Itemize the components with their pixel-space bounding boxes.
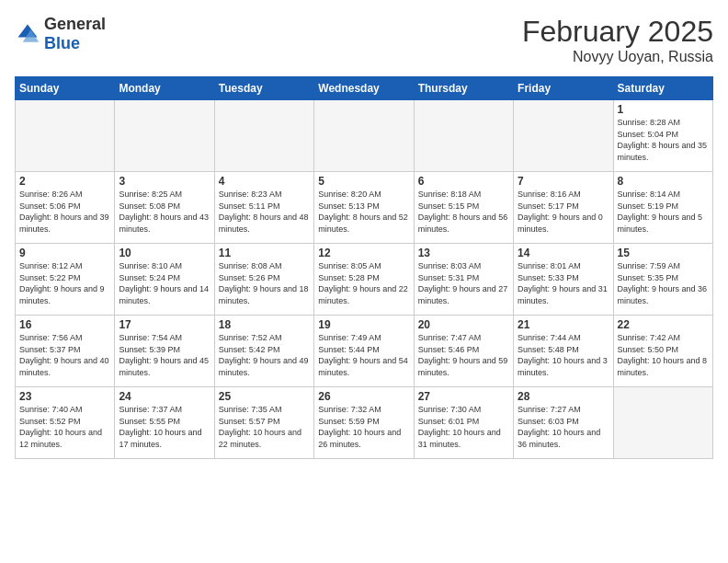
day-number: 1 bbox=[618, 103, 709, 116]
day-info: Sunrise: 7:54 AM Sunset: 5:39 PM Dayligh… bbox=[119, 332, 210, 378]
day-number: 2 bbox=[19, 175, 110, 188]
table-row: 12Sunrise: 8:05 AM Sunset: 5:28 PM Dayli… bbox=[314, 244, 414, 316]
table-row: 21Sunrise: 7:44 AM Sunset: 5:48 PM Dayli… bbox=[514, 316, 613, 387]
day-number: 12 bbox=[318, 247, 409, 259]
day-number: 16 bbox=[19, 318, 110, 331]
logo: General Blue bbox=[15, 15, 106, 53]
day-info: Sunrise: 8:18 AM Sunset: 5:15 PM Dayligh… bbox=[418, 189, 509, 235]
table-row: 25Sunrise: 7:35 AM Sunset: 5:57 PM Dayli… bbox=[214, 387, 313, 459]
day-info: Sunrise: 8:01 AM Sunset: 5:33 PM Dayligh… bbox=[518, 260, 609, 306]
day-info: Sunrise: 7:52 AM Sunset: 5:42 PM Dayligh… bbox=[219, 332, 310, 378]
table-row bbox=[613, 387, 712, 459]
day-info: Sunrise: 8:12 AM Sunset: 5:22 PM Dayligh… bbox=[19, 260, 110, 306]
day-info: Sunrise: 7:30 AM Sunset: 6:01 PM Dayligh… bbox=[418, 404, 509, 450]
table-row: 4Sunrise: 8:23 AM Sunset: 5:11 PM Daylig… bbox=[214, 172, 313, 244]
day-number: 8 bbox=[618, 175, 709, 188]
table-row bbox=[115, 100, 214, 172]
day-info: Sunrise: 8:05 AM Sunset: 5:28 PM Dayligh… bbox=[318, 260, 409, 306]
table-row: 26Sunrise: 7:32 AM Sunset: 5:59 PM Dayli… bbox=[314, 387, 414, 459]
table-row: 6Sunrise: 8:18 AM Sunset: 5:15 PM Daylig… bbox=[414, 172, 513, 244]
day-number: 14 bbox=[518, 247, 609, 259]
location-subtitle: Novyy Uoyan, Russia bbox=[522, 49, 713, 65]
day-info: Sunrise: 8:03 AM Sunset: 5:31 PM Dayligh… bbox=[418, 260, 509, 306]
table-row: 2Sunrise: 8:26 AM Sunset: 5:06 PM Daylig… bbox=[16, 172, 115, 244]
day-info: Sunrise: 7:35 AM Sunset: 5:57 PM Dayligh… bbox=[219, 404, 310, 450]
col-saturday: Saturday bbox=[613, 77, 712, 100]
page-container: General Blue February 2025 Novyy Uoyan, … bbox=[0, 0, 728, 466]
table-row bbox=[414, 100, 513, 172]
day-number: 21 bbox=[518, 318, 609, 331]
table-row: 13Sunrise: 8:03 AM Sunset: 5:31 PM Dayli… bbox=[414, 244, 513, 316]
day-info: Sunrise: 7:49 AM Sunset: 5:44 PM Dayligh… bbox=[318, 332, 409, 378]
day-number: 27 bbox=[418, 390, 509, 403]
table-row: 10Sunrise: 8:10 AM Sunset: 5:24 PM Dayli… bbox=[115, 244, 214, 316]
day-info: Sunrise: 8:28 AM Sunset: 5:04 PM Dayligh… bbox=[618, 117, 709, 163]
day-info: Sunrise: 8:10 AM Sunset: 5:24 PM Dayligh… bbox=[119, 260, 210, 306]
logo-icon bbox=[15, 21, 40, 47]
day-number: 22 bbox=[618, 318, 709, 331]
day-number: 11 bbox=[219, 247, 310, 259]
calendar-table: Sunday Monday Tuesday Wednesday Thursday… bbox=[15, 76, 713, 459]
table-row: 15Sunrise: 7:59 AM Sunset: 5:35 PM Dayli… bbox=[613, 244, 712, 316]
day-info: Sunrise: 8:26 AM Sunset: 5:06 PM Dayligh… bbox=[19, 189, 110, 235]
day-number: 18 bbox=[219, 318, 310, 331]
calendar-body: 1Sunrise: 8:28 AM Sunset: 5:04 PM Daylig… bbox=[16, 100, 713, 459]
table-row: 28Sunrise: 7:27 AM Sunset: 6:03 PM Dayli… bbox=[514, 387, 613, 459]
table-row: 20Sunrise: 7:47 AM Sunset: 5:46 PM Dayli… bbox=[414, 316, 513, 387]
day-info: Sunrise: 7:40 AM Sunset: 5:52 PM Dayligh… bbox=[19, 404, 110, 450]
calendar-week-row: 2Sunrise: 8:26 AM Sunset: 5:06 PM Daylig… bbox=[16, 172, 713, 244]
table-row: 11Sunrise: 8:08 AM Sunset: 5:26 PM Dayli… bbox=[214, 244, 313, 316]
table-row: 8Sunrise: 8:14 AM Sunset: 5:19 PM Daylig… bbox=[613, 172, 712, 244]
day-info: Sunrise: 7:44 AM Sunset: 5:48 PM Dayligh… bbox=[518, 332, 609, 378]
col-thursday: Thursday bbox=[414, 77, 513, 100]
table-row: 7Sunrise: 8:16 AM Sunset: 5:17 PM Daylig… bbox=[514, 172, 613, 244]
table-row: 16Sunrise: 7:56 AM Sunset: 5:37 PM Dayli… bbox=[16, 316, 115, 387]
day-number: 25 bbox=[219, 390, 310, 403]
col-sunday: Sunday bbox=[16, 77, 115, 100]
day-number: 28 bbox=[518, 390, 609, 403]
table-row: 18Sunrise: 7:52 AM Sunset: 5:42 PM Dayli… bbox=[214, 316, 313, 387]
day-number: 7 bbox=[518, 175, 609, 188]
day-number: 13 bbox=[418, 247, 509, 259]
page-header: General Blue February 2025 Novyy Uoyan, … bbox=[15, 15, 713, 65]
day-number: 5 bbox=[318, 175, 409, 188]
calendar-header-row: Sunday Monday Tuesday Wednesday Thursday… bbox=[16, 77, 713, 100]
day-number: 23 bbox=[19, 390, 110, 403]
day-info: Sunrise: 8:25 AM Sunset: 5:08 PM Dayligh… bbox=[119, 189, 210, 235]
table-row: 3Sunrise: 8:25 AM Sunset: 5:08 PM Daylig… bbox=[115, 172, 214, 244]
day-info: Sunrise: 8:23 AM Sunset: 5:11 PM Dayligh… bbox=[219, 189, 310, 235]
table-row bbox=[314, 100, 414, 172]
calendar-week-row: 23Sunrise: 7:40 AM Sunset: 5:52 PM Dayli… bbox=[16, 387, 713, 459]
col-wednesday: Wednesday bbox=[314, 77, 414, 100]
table-row: 22Sunrise: 7:42 AM Sunset: 5:50 PM Dayli… bbox=[613, 316, 712, 387]
col-friday: Friday bbox=[514, 77, 613, 100]
col-tuesday: Tuesday bbox=[214, 77, 313, 100]
day-number: 17 bbox=[119, 318, 210, 331]
table-row: 14Sunrise: 8:01 AM Sunset: 5:33 PM Dayli… bbox=[514, 244, 613, 316]
title-block: February 2025 Novyy Uoyan, Russia bbox=[522, 15, 713, 65]
calendar-week-row: 1Sunrise: 8:28 AM Sunset: 5:04 PM Daylig… bbox=[16, 100, 713, 172]
day-number: 19 bbox=[318, 318, 409, 331]
day-number: 3 bbox=[119, 175, 210, 188]
month-year-title: February 2025 bbox=[522, 15, 713, 49]
table-row: 9Sunrise: 8:12 AM Sunset: 5:22 PM Daylig… bbox=[16, 244, 115, 316]
calendar-week-row: 9Sunrise: 8:12 AM Sunset: 5:22 PM Daylig… bbox=[16, 244, 713, 316]
table-row: 5Sunrise: 8:20 AM Sunset: 5:13 PM Daylig… bbox=[314, 172, 414, 244]
day-info: Sunrise: 8:08 AM Sunset: 5:26 PM Dayligh… bbox=[219, 260, 310, 306]
day-info: Sunrise: 7:42 AM Sunset: 5:50 PM Dayligh… bbox=[618, 332, 709, 378]
day-number: 15 bbox=[618, 247, 709, 259]
logo-general-text: General bbox=[44, 15, 106, 33]
day-info: Sunrise: 7:56 AM Sunset: 5:37 PM Dayligh… bbox=[19, 332, 110, 378]
logo-blue-text: Blue bbox=[44, 34, 80, 52]
table-row: 23Sunrise: 7:40 AM Sunset: 5:52 PM Dayli… bbox=[16, 387, 115, 459]
table-row bbox=[514, 100, 613, 172]
col-monday: Monday bbox=[115, 77, 214, 100]
table-row bbox=[214, 100, 313, 172]
day-info: Sunrise: 7:59 AM Sunset: 5:35 PM Dayligh… bbox=[618, 260, 709, 306]
day-info: Sunrise: 8:16 AM Sunset: 5:17 PM Dayligh… bbox=[518, 189, 609, 235]
day-number: 6 bbox=[418, 175, 509, 188]
calendar-week-row: 16Sunrise: 7:56 AM Sunset: 5:37 PM Dayli… bbox=[16, 316, 713, 387]
day-info: Sunrise: 7:32 AM Sunset: 5:59 PM Dayligh… bbox=[318, 404, 409, 450]
day-info: Sunrise: 8:20 AM Sunset: 5:13 PM Dayligh… bbox=[318, 189, 409, 235]
table-row bbox=[16, 100, 115, 172]
